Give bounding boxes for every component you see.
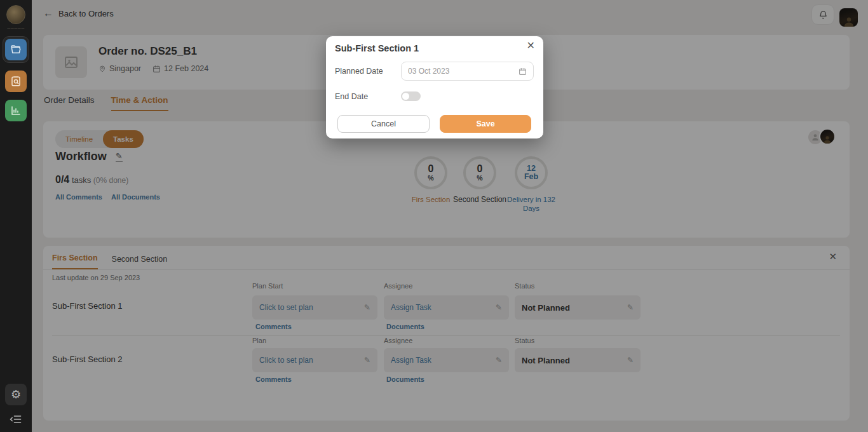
logo-caption: ————— <box>7 26 25 30</box>
toggle-knob <box>402 93 409 100</box>
logo-emblem-icon <box>6 5 25 24</box>
sidebar-item-settings[interactable]: ⚙ <box>5 384 27 405</box>
left-sidebar: ————— <box>0 0 32 432</box>
end-date-label: End Date <box>335 92 368 101</box>
dialog-title: Sub-First Section 1 <box>335 43 419 53</box>
save-button[interactable]: Save <box>440 115 531 133</box>
planned-date-value: 03 Oct 2023 <box>408 67 449 76</box>
sidebar-item-menu[interactable] <box>10 414 22 424</box>
sidebar-item-reports[interactable] <box>5 100 27 121</box>
cancel-button[interactable]: Cancel <box>337 115 430 133</box>
planned-date-input[interactable]: 03 Oct 2023 <box>401 62 534 81</box>
gear-icon: ⚙ <box>11 388 21 402</box>
menu-icon <box>10 414 22 424</box>
folder-icon <box>10 44 22 55</box>
planned-date-dialog: Sub-First Section 1 ✕ Planned Date 03 Oc… <box>326 36 543 138</box>
app-logo: ————— <box>6 5 25 30</box>
calendar-icon[interactable] <box>519 67 527 76</box>
end-date-toggle[interactable] <box>401 91 421 101</box>
planned-date-label: Planned Date <box>335 67 383 76</box>
sidebar-item-orders-active <box>3 36 29 63</box>
clipboard-search-icon <box>10 76 22 87</box>
bar-chart-icon <box>10 105 22 116</box>
sidebar-item-orders[interactable] <box>5 39 27 60</box>
close-icon[interactable]: ✕ <box>527 39 535 51</box>
sidebar-item-inspections[interactable] <box>5 71 27 92</box>
